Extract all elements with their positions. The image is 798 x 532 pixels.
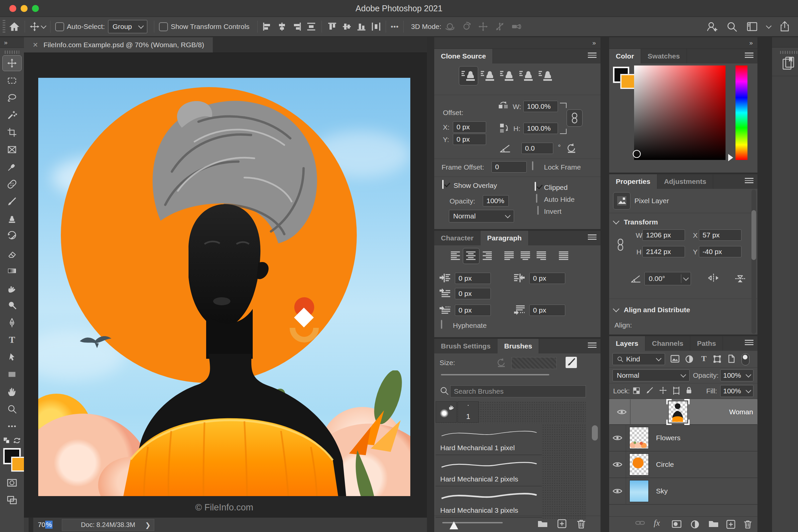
clone-source-4-icon[interactable] bbox=[519, 69, 533, 82]
tab-properties[interactable]: Properties bbox=[609, 174, 657, 189]
lock-frame-checkbox[interactable] bbox=[532, 161, 533, 170]
align-horizontal-centers-icon[interactable] bbox=[277, 22, 287, 31]
properties-scroll-thumb[interactable] bbox=[752, 210, 756, 260]
brushes-menu-icon[interactable] bbox=[588, 342, 596, 348]
clone-source-3-icon[interactable] bbox=[499, 69, 514, 82]
filter-type-layers-icon[interactable]: T bbox=[700, 354, 708, 363]
properties-flip-vertical-icon[interactable] bbox=[734, 273, 746, 285]
auto-hide-checkbox[interactable] bbox=[536, 194, 537, 203]
filter-adjustment-layers-icon[interactable] bbox=[685, 355, 694, 363]
dock-expand-icon[interactable]: « bbox=[772, 37, 798, 48]
flip-horizontal-icon[interactable] bbox=[498, 101, 509, 111]
align-left-edges-icon[interactable] bbox=[262, 22, 272, 31]
layers-menu-icon[interactable] bbox=[745, 340, 754, 345]
align-right-edges-icon[interactable] bbox=[291, 22, 302, 31]
filter-pixel-layers-icon[interactable] bbox=[670, 355, 680, 363]
clone-source-5-icon[interactable] bbox=[538, 69, 553, 82]
libraries-panel-icon[interactable] bbox=[772, 56, 798, 71]
justify-last-center-icon[interactable] bbox=[520, 251, 531, 261]
delete-brush-icon[interactable] bbox=[576, 519, 586, 529]
tab-brush-settings[interactable]: Brush Settings bbox=[434, 339, 497, 354]
align-vertical-centers-icon[interactable] bbox=[342, 22, 352, 31]
lock-position-icon[interactable] bbox=[659, 386, 667, 394]
zoom-level-field[interactable]: 70% bbox=[38, 521, 53, 529]
layer-row-sky[interactable]: Sky bbox=[609, 478, 757, 505]
transform-link-icon[interactable] bbox=[616, 238, 624, 251]
tool-crop[interactable] bbox=[0, 124, 24, 141]
layer-thumbnail-circle[interactable] bbox=[629, 454, 649, 475]
rotate-angle-icon[interactable] bbox=[499, 143, 511, 153]
tool-frame[interactable] bbox=[0, 141, 24, 158]
home-icon[interactable] bbox=[8, 21, 20, 32]
share-icon[interactable] bbox=[779, 21, 790, 32]
close-tab-icon[interactable]: ✕ bbox=[33, 41, 38, 49]
align-bottom-edges-icon[interactable] bbox=[357, 22, 366, 31]
properties-flip-horizontal-icon[interactable] bbox=[707, 273, 720, 283]
search-icon[interactable] bbox=[726, 21, 738, 32]
lock-all-icon[interactable] bbox=[685, 386, 693, 395]
layer-fill-dropdown[interactable]: 100% bbox=[720, 385, 754, 397]
height-field[interactable]: 100.0% bbox=[524, 123, 558, 134]
tool-type[interactable]: T bbox=[0, 331, 24, 348]
reset-transform-icon[interactable] bbox=[566, 142, 576, 153]
clone-source-1-icon[interactable] bbox=[461, 69, 475, 82]
show-transform-controls-checkbox[interactable] bbox=[159, 22, 168, 31]
align-text-left-icon[interactable] bbox=[450, 251, 461, 261]
tool-pen[interactable] bbox=[0, 314, 24, 331]
align-text-right-icon[interactable] bbox=[482, 251, 492, 261]
justify-last-left-icon[interactable] bbox=[504, 251, 514, 261]
dock-grip[interactable] bbox=[780, 51, 797, 54]
layer-thumbnail-woman[interactable] bbox=[668, 401, 688, 423]
tab-paths[interactable]: Paths bbox=[690, 336, 723, 351]
move-tool-icon[interactable] bbox=[30, 22, 40, 32]
tool-clone-stamp[interactable] bbox=[0, 210, 24, 227]
frame-offset-field[interactable]: 0 bbox=[491, 161, 527, 173]
new-brush-icon[interactable] bbox=[557, 519, 567, 528]
hue-slider-arrow[interactable] bbox=[728, 154, 733, 161]
show-overlay-checkbox[interactable] bbox=[442, 180, 443, 189]
layer-row-woman[interactable]: Woman bbox=[609, 399, 757, 425]
brush-preset-picker-icon[interactable] bbox=[565, 356, 578, 369]
tool-hand[interactable] bbox=[0, 383, 24, 400]
tool-dodge[interactable] bbox=[0, 297, 24, 314]
paragraph-menu-icon[interactable] bbox=[588, 234, 596, 240]
angle-field[interactable]: 0.0 bbox=[521, 142, 553, 154]
maintain-aspect-ratio-link-icon[interactable] bbox=[567, 109, 583, 127]
align-distribute-section-header[interactable]: Align and Distribute bbox=[614, 306, 690, 314]
offset-x-field[interactable]: 0 px bbox=[453, 121, 486, 133]
middle-column-collapse-icon[interactable]: » bbox=[434, 37, 601, 49]
add-layer-mask-icon[interactable] bbox=[672, 520, 682, 528]
filter-toggle-switch[interactable] bbox=[741, 354, 749, 365]
layer-thumbnail-sky[interactable] bbox=[629, 480, 649, 502]
preview-size-slider-thumb[interactable] bbox=[450, 521, 458, 529]
tab-paragraph[interactable]: Paragraph bbox=[480, 231, 529, 245]
tool-path-selection[interactable] bbox=[0, 348, 24, 366]
toolbar-grip[interactable] bbox=[5, 51, 19, 54]
right-column-collapse-icon[interactable]: » bbox=[609, 37, 757, 49]
status-chevron-icon[interactable]: ❯ bbox=[145, 521, 151, 529]
tool-lasso[interactable] bbox=[0, 89, 24, 107]
brush-item[interactable]: Hard Mechanical 3 pixels bbox=[436, 487, 542, 518]
tab-brushes[interactable]: Brushes bbox=[497, 339, 539, 354]
align-text-center-icon[interactable] bbox=[466, 251, 476, 261]
hyphenate-checkbox[interactable] bbox=[441, 320, 442, 329]
tool-brush[interactable] bbox=[0, 193, 24, 210]
auto-select-checkbox[interactable] bbox=[55, 22, 64, 31]
layer-visibility-circle[interactable] bbox=[609, 452, 626, 477]
tool-eraser[interactable] bbox=[0, 245, 24, 262]
saturation-brightness-picker[interactable] bbox=[634, 65, 725, 160]
tool-zoom[interactable] bbox=[0, 400, 24, 418]
color-menu-icon[interactable] bbox=[745, 53, 754, 58]
filter-shape-layers-icon[interactable] bbox=[713, 355, 722, 363]
brush-item[interactable]: Hard Mechanical 1 pixel bbox=[436, 424, 542, 455]
workspace-switcher-icon[interactable] bbox=[746, 21, 758, 32]
transform-w-field[interactable]: 1206 px bbox=[642, 229, 685, 241]
distribute-vertical-centers-icon[interactable] bbox=[306, 22, 316, 31]
tab-color[interactable]: Color bbox=[609, 49, 641, 63]
lock-artboard-icon[interactable] bbox=[672, 387, 680, 395]
justify-last-right-icon[interactable] bbox=[536, 251, 547, 261]
new-brush-group-folder-icon[interactable] bbox=[537, 519, 548, 528]
color-background-swatch[interactable] bbox=[621, 74, 635, 89]
clone-source-menu-icon[interactable] bbox=[588, 53, 596, 58]
new-group-folder-icon[interactable] bbox=[708, 520, 719, 528]
